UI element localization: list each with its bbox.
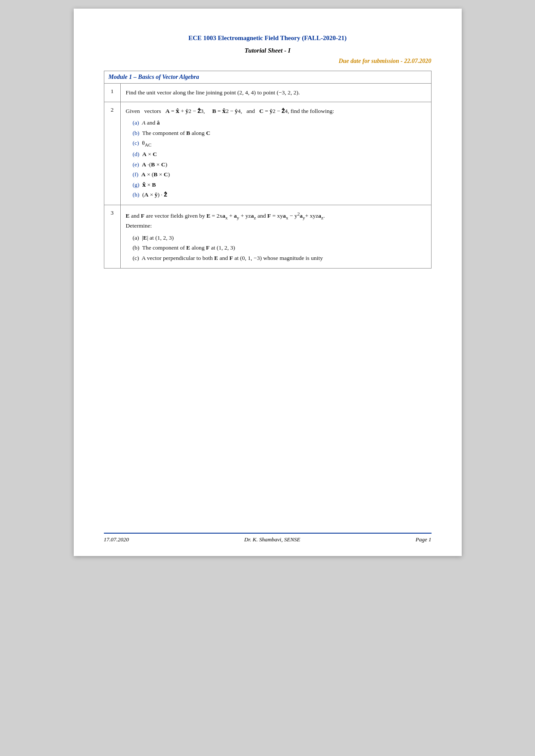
question-3-subitems: (a) |E| at (1, 2, 3) (b) The component o… <box>133 233 426 263</box>
question-number-1: 1 <box>104 84 120 102</box>
sheet-title: Tutorial Sheet - I <box>104 47 432 54</box>
course-title: ECE 1003 Electromagnetic Field Theory (F… <box>104 34 432 42</box>
question-3-content: E and F are vector fields given by E = 2… <box>120 205 431 269</box>
list-item: (f) A × (B × C) <box>133 170 426 179</box>
footer-page: Page 1 <box>416 536 431 543</box>
list-item: (c) A vector perpendicular to both E and… <box>133 253 426 263</box>
question-1-text: Find the unit vector along the line join… <box>126 89 300 96</box>
table-row: 3 E and F are vector fields given by E =… <box>104 205 431 269</box>
due-date: Due date for submission - 22.07.2020 <box>104 58 432 65</box>
question-3-determine: Determine: <box>126 222 152 229</box>
list-item: (b) The component of B along C <box>133 128 426 138</box>
list-item: (a) |E| at (1, 2, 3) <box>133 233 426 243</box>
footer-date: 17.07.2020 <box>104 536 129 543</box>
question-2-subitems: (a) A and â (b) The component of B along… <box>133 118 426 200</box>
question-3-intro: E and F are vector fields given by E = 2… <box>126 212 325 219</box>
list-item: (a) A and â <box>133 118 426 128</box>
question-2-intro: Given vectors A = x̂ + ŷ2 − ẑ3, B = x̂2 … <box>126 108 335 114</box>
list-item: (h) (A × ŷ) · ẑ <box>133 190 426 200</box>
table-row: 1 Find the unit vector along the line jo… <box>104 84 431 102</box>
list-item: (e) A ·(B × C) <box>133 160 426 169</box>
page-footer: 17.07.2020 Dr. K. Shambavi, SENSE Page 1 <box>104 533 432 543</box>
page: ECE 1003 Electromagnetic Field Theory (F… <box>74 9 462 556</box>
page-header: ECE 1003 Electromagnetic Field Theory (F… <box>104 34 432 54</box>
questions-table: 1 Find the unit vector along the line jo… <box>104 83 432 269</box>
table-row: 2 Given vectors A = x̂ + ŷ2 − ẑ3, B = x̂… <box>104 102 431 205</box>
question-number-2: 2 <box>104 102 120 205</box>
list-item: (b) The component of E along F at (1, 2,… <box>133 243 426 253</box>
module-header: Module 1 – Basics of Vector Algebra <box>104 71 432 83</box>
list-item: (c) θAC <box>133 138 426 149</box>
footer-author: Dr. K. Shambavi, SENSE <box>244 536 300 543</box>
question-1-content: Find the unit vector along the line join… <box>120 84 431 102</box>
question-2-content: Given vectors A = x̂ + ŷ2 − ẑ3, B = x̂2 … <box>120 102 431 205</box>
list-item: (d) A × C <box>133 150 426 159</box>
list-item: (g) x̂ × B <box>133 180 426 190</box>
question-number-3: 3 <box>104 205 120 269</box>
